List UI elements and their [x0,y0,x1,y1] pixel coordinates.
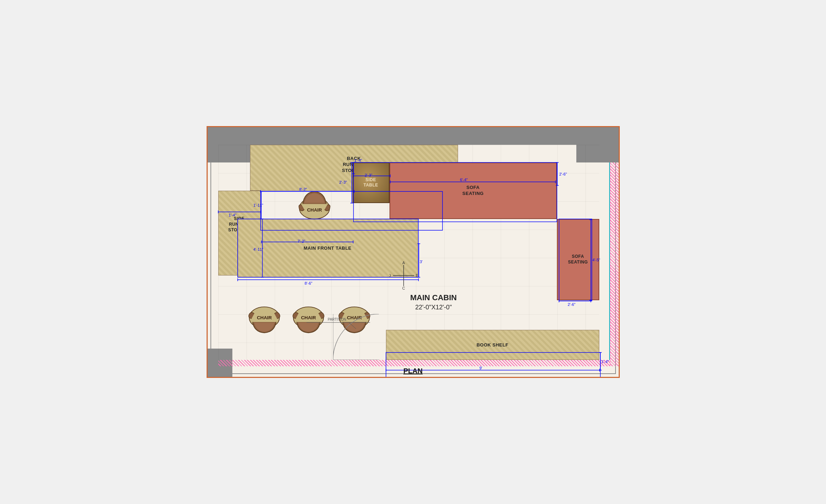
plan-container: 22' 12' BACKRUNNER/STORAGE SIDERUNNER/ST… [207,126,620,378]
dim-2-3-h: 2'-3" [339,180,347,184]
main-table-label: MAIN FRONT TABLE [304,245,352,251]
hatch-bottom [218,360,610,366]
dim-2-6-bot: 2'-6" [568,302,576,307]
dim-8-2: 8'-2" [299,187,307,191]
dim-7-2: 7'-2" [298,239,305,243]
dim-1-4-shelf: 1'-4" [601,360,609,364]
svg-text:A: A [402,261,405,265]
dim-1-11: 1'-11" [254,203,263,207]
wall-top-bar [250,127,576,145]
dim-9: 9' [480,366,482,370]
dim-2-6-top: 2'-6" [559,172,567,176]
chair-1-svg: CHAIR [244,299,285,334]
bookshelf: BOOK SHELF [386,330,599,360]
bookshelf-label: BOOK SHELF [476,342,508,348]
compass-svg: A B C D [390,261,418,290]
svg-line-71 [349,322,356,329]
plan-title: PLAN [403,367,422,375]
dim-8-6: 8'-6" [305,281,313,285]
side-table: SIDETABLE [352,162,390,203]
dim-4-11: 4'-11" [254,247,263,251]
dim-3: 3' [420,260,423,264]
svg-text:C: C [402,286,405,290]
outer-dim-height: 12' [207,249,207,255]
dim-4-5: 4'-5" [593,258,600,262]
dim-1-4-top: 1'-4" [355,158,362,162]
dim-6-4: 6'-4" [460,178,468,182]
sofa-top-label: SOFASEATING [462,185,483,197]
hatch-right [610,162,619,366]
svg-text:CHAIR: CHAIR [307,207,322,213]
dim-1-4-left: 1'-4" [229,213,237,217]
partition-svg: PARTITION [307,315,377,330]
side-table-label: SIDETABLE [363,177,378,188]
partition-label: PARTITION [307,315,377,331]
dim-2-3-w: 2'-3" [365,173,373,177]
chair-bottom-1: CHAIR [244,299,285,334]
sofa-right-label: SOFASEATING [568,254,588,265]
svg-text:PARTITION: PARTITION [328,318,346,321]
svg-text:D: D [390,273,391,278]
svg-text:CHAIR: CHAIR [257,315,272,320]
sofa-top: SOFASEATING [390,162,557,219]
svg-text:B: B [416,273,418,278]
cyan-line [609,162,610,360]
main-cabin-size: 22'-0"X12'-0" [381,304,487,311]
main-cabin-title: MAIN CABIN [381,293,487,302]
main-cabin-label: MAIN CABIN 22'-0"X12'-0" [381,293,487,311]
